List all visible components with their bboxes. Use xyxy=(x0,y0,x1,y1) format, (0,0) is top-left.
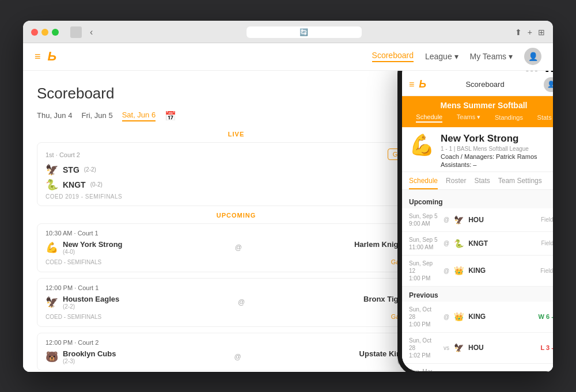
team-name-kngt: KNGT xyxy=(63,180,86,189)
browser-window: ‹ 🔄 ⬆ + ⊞ ≡ Ь Scoreboard League ▾ My Tea… xyxy=(23,21,553,372)
home-name-3: Brooklyn Cubs xyxy=(63,349,116,358)
phone-prev-opp-1: KING xyxy=(468,313,533,321)
phone-prev-emoji-1: 👑 xyxy=(454,312,464,321)
live-label: LIVE xyxy=(37,131,435,138)
nav-scoreboard[interactable]: Scoreboard xyxy=(372,51,414,62)
date-tab-sat[interactable]: Sat, Jun 6 xyxy=(122,111,156,121)
phone-team-tab-settings[interactable]: Team Settings xyxy=(498,177,542,189)
home-emoji-1: 💪 xyxy=(46,241,58,254)
phone-team-tab-schedule[interactable]: Schedule xyxy=(409,177,438,189)
phone-team-meta: 1 - 1 | BASL Mens Softball League xyxy=(441,146,553,152)
phone-prev-result-2: L 3 - 8 xyxy=(540,344,553,351)
share-icon[interactable]: ⬆ xyxy=(515,28,522,37)
app-logo: Ь xyxy=(48,49,57,64)
phone-team-name: New York Strong xyxy=(441,133,553,144)
phone-time: 9:41 xyxy=(411,71,426,71)
phone-opp-emoji-2: 🐍 xyxy=(454,239,464,248)
tab-icon xyxy=(70,26,82,38)
phone-prev-row-2[interactable]: Sun, Oct 28 1:02 PM vs 🦅 HOU L 3 - 8 xyxy=(402,333,553,364)
desktop-panel: Scoreboard Thu, Jun 4 Fri, Jun 5 Sat, Ju… xyxy=(23,71,449,372)
phone-tab-teams[interactable]: Teams ▾ xyxy=(457,113,480,123)
close-dot[interactable] xyxy=(31,29,38,36)
phone-tab-schedule[interactable]: Schedule xyxy=(416,113,442,123)
phone-upcoming-row-3[interactable]: Sun, Sep 12 1:00 PM @ 👑 KING Field D xyxy=(402,256,553,287)
phone-team-tab-roster[interactable]: Roster xyxy=(446,177,466,189)
phone-game-date-2: Sun, Sep 5 11:00 AM xyxy=(409,236,439,251)
phone-field-3: Field D xyxy=(540,268,553,274)
phone-vs-3: @ xyxy=(444,268,449,274)
date-tab-fri[interactable]: Fri, Jun 5 xyxy=(81,111,112,121)
phone-opp-2: KNGT xyxy=(468,239,536,248)
phone-opp-1: HOU xyxy=(468,216,536,224)
at-symbol-1: @ xyxy=(235,243,242,252)
upcoming-label: UPCOMING xyxy=(37,212,435,219)
phone-prev-opp-2: HOU xyxy=(468,344,536,352)
phone-game-date-3: Sun, Sep 12 1:00 PM xyxy=(409,260,439,282)
team-record-stg: (2-2) xyxy=(84,166,96,173)
phone-vs-2: @ xyxy=(444,240,449,246)
maximize-dot[interactable] xyxy=(52,29,59,36)
new-tab-icon[interactable]: + xyxy=(528,28,532,37)
address-bar[interactable]: 🔄 xyxy=(247,26,362,38)
phone-upcoming-row-1[interactable]: Sun, Sep 5 9:00 AM @ 🦅 HOU Field B xyxy=(402,208,553,232)
nav-my-teams[interactable]: My Teams ▾ xyxy=(470,52,513,61)
phone-opp-3: KING xyxy=(468,267,536,275)
phone-team-profile: 💪 New York Strong 1 - 1 | BASL Mens Soft… xyxy=(402,127,553,172)
app-nav: ≡ Ь Scoreboard League ▾ My Teams ▾ 👤 xyxy=(23,43,553,71)
live-game-card: 1st · Court 2 Gamecast 🦅 STG (2-2) 14 xyxy=(37,142,435,206)
nav-avatar[interactable]: 👤 xyxy=(524,48,541,65)
date-tabs: Thu, Jun 4 Fri, Jun 5 Sat, Jun 6 📅 xyxy=(37,111,435,121)
browser-chrome: ‹ 🔄 ⬆ + ⊞ xyxy=(23,21,553,43)
home-emoji-2: 🦅 xyxy=(46,296,58,309)
phone-schedule: Upcoming Sun, Sep 5 9:00 AM @ 🦅 HOU Fiel… xyxy=(402,190,553,372)
home-record-3: (2-3) xyxy=(63,358,116,364)
phone-game-date-1: Sun, Sep 5 9:00 AM xyxy=(409,212,439,227)
phone-nav-title: Scoreboard xyxy=(426,80,544,89)
game-footer: COED 2019 - SEMIFINALS xyxy=(46,193,427,200)
upcoming-home-2: 🦅 Houston Eagles (2-2) xyxy=(46,295,119,310)
nav-league[interactable]: League ▾ xyxy=(425,52,458,61)
app-content: Scoreboard Thu, Jun 4 Fri, Jun 5 Sat, Ju… xyxy=(23,71,553,372)
phone-team-tabs: Schedule Roster Stats Team Settings xyxy=(402,172,553,190)
upcoming-home-1: 💪 New York Strong (4-0) xyxy=(46,240,123,255)
phone-opp-emoji-1: 🦅 xyxy=(454,215,464,224)
team-row-kngt: 🐍 KNGT (0-2) 21 xyxy=(46,178,427,191)
extensions-icon[interactable]: ⊞ xyxy=(538,28,545,37)
calendar-icon[interactable]: 📅 xyxy=(165,111,176,121)
phone-upcoming-title: Upcoming xyxy=(402,195,553,208)
division-label-1: COED - Semifinals xyxy=(46,259,101,265)
hamburger-button[interactable]: ≡ xyxy=(35,51,41,63)
phone-tab-standings[interactable]: Standings xyxy=(495,113,523,123)
home-record-2: (2-2) xyxy=(63,303,119,310)
back-button[interactable]: ‹ xyxy=(90,27,93,37)
home-emoji-3: 🐻 xyxy=(46,351,58,363)
phone-prev-vs-1: @ xyxy=(444,314,449,320)
phone-league-name: Mens Summer Softball xyxy=(409,101,553,110)
page-title: Scoreboard xyxy=(37,85,435,102)
phone-team-tab-stats[interactable]: Stats xyxy=(474,177,490,189)
team-emoji-kngt: 🐍 xyxy=(46,178,58,191)
upcoming-home-3: 🐻 Brooklyn Cubs (2-3) xyxy=(46,349,116,364)
phone-prev-row-1[interactable]: Sun, Oct 28 1:00 PM @ 👑 KING W 6 - 4 xyxy=(402,302,553,333)
browser-actions: ⬆ + ⊞ xyxy=(515,28,545,37)
team-emoji-stg: 🦅 xyxy=(46,163,58,176)
date-tab-thu[interactable]: Thu, Jun 4 xyxy=(37,111,72,121)
phone-prev-row-3[interactable]: Sun, Mar 29 1:00 PM vs 🐍 KNGT CANCELED ♡ xyxy=(402,364,553,372)
team-row-stg: 🦅 STG (2-2) 14 xyxy=(46,163,427,176)
phone-vs-1: @ xyxy=(444,216,449,223)
at-symbol-3: @ xyxy=(234,353,241,361)
phone-prev-emoji-2: 🦅 xyxy=(454,343,464,352)
phone-team-emoji: 💪 xyxy=(409,133,435,157)
phone-hamburger-icon[interactable]: ≡ xyxy=(409,79,414,90)
phone-league-tabs: Schedule Teams ▾ Standings Stats xyxy=(409,113,553,123)
phone-team-coach: Coach / Managers: Patrick Ramos xyxy=(441,153,553,160)
phone-tab-stats[interactable]: Stats xyxy=(537,113,552,123)
phone-nav-avatar[interactable]: 👤 xyxy=(544,77,553,92)
at-symbol-2: @ xyxy=(238,298,245,306)
home-name-2: Houston Eagles xyxy=(63,295,119,303)
game-period: 1st · Court 2 xyxy=(46,151,80,158)
phone-upcoming-row-2[interactable]: Sun, Sep 5 11:00 AM @ 🐍 KNGT Field F xyxy=(402,232,553,256)
upcoming-card-3: 12:00 PM · Court 2 🐻 Brooklyn Cubs (2-3)… xyxy=(37,333,435,371)
browser-dots xyxy=(31,29,59,36)
minimize-dot[interactable] xyxy=(41,29,48,36)
